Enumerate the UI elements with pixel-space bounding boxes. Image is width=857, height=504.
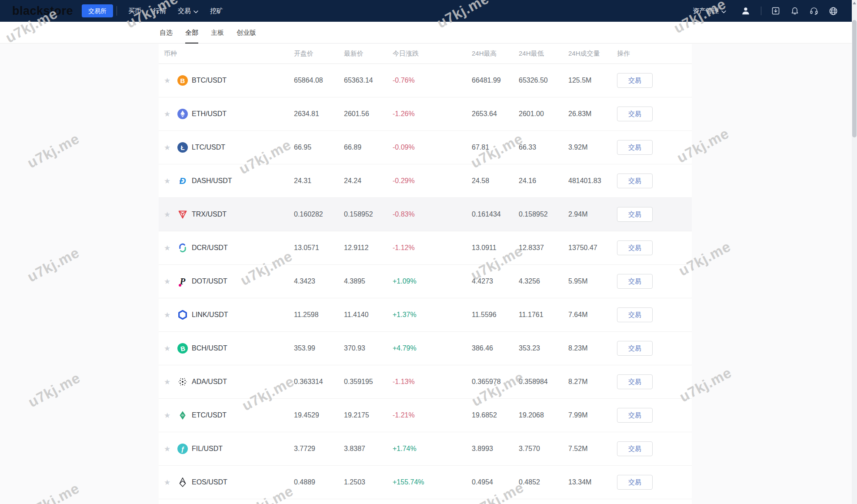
bell-icon[interactable]	[790, 6, 800, 16]
high-24h: 2653.64	[472, 110, 519, 118]
trade-button[interactable]: 交易	[617, 73, 653, 88]
trade-button[interactable]: 交易	[617, 475, 653, 490]
trade-button[interactable]: 交易	[617, 374, 653, 389]
btc-icon: B	[177, 75, 188, 86]
favorite-star-icon[interactable]: ★	[164, 377, 172, 386]
tab-main-board[interactable]: 主板	[211, 22, 224, 43]
trade-button[interactable]: 交易	[617, 240, 653, 255]
header-open-price: 开盘价	[294, 50, 344, 58]
coin-cell: ★TRX/USDT	[159, 209, 294, 220]
table-row[interactable]: ★DCR/USDT13.057112.9112-1.12%13.091112.8…	[159, 231, 692, 265]
trade-button[interactable]: 交易	[617, 107, 653, 121]
favorite-star-icon[interactable]: ★	[164, 344, 172, 353]
low-24h: 0.358984	[519, 378, 568, 386]
favorite-star-icon[interactable]: ★	[164, 177, 172, 185]
open-price: 0.363314	[294, 378, 344, 386]
nav-item-exchange[interactable]: 交易所	[82, 4, 113, 17]
trade-button[interactable]: 交易	[617, 140, 653, 155]
scrollbar-up-arrow[interactable]	[853, 2, 856, 4]
caret-down-icon	[721, 7, 726, 15]
volume-24h: 13750.47	[568, 244, 617, 252]
download-icon[interactable]	[771, 6, 780, 16]
header-24h-low: 24H最低	[519, 50, 568, 58]
change-percent: +1.37%	[393, 311, 472, 319]
change-percent: -0.09%	[393, 144, 472, 151]
favorite-star-icon[interactable]: ★	[164, 143, 172, 152]
coin-cell: ★DCR/USDT	[159, 243, 294, 253]
table-header: 币种开盘价最新价今日涨跌24H最高24H最低24H成交量操作	[159, 44, 692, 64]
trade-button[interactable]: 交易	[617, 174, 653, 188]
table-row[interactable]: ★ŁLTC/USDT66.9566.89-0.09%67.8166.333.92…	[159, 131, 692, 164]
volume-24h: 481401.83	[568, 177, 617, 185]
favorite-star-icon[interactable]: ★	[164, 76, 172, 85]
pair-label: DCR/USDT	[192, 244, 228, 252]
action-cell: 交易	[617, 240, 692, 255]
headset-icon[interactable]	[809, 6, 819, 16]
trade-button[interactable]: 交易	[617, 207, 653, 222]
scrollbar[interactable]	[852, 0, 857, 504]
header-last-price: 最新价	[344, 50, 393, 58]
volume-24h: 8.23M	[568, 344, 617, 352]
open-price: 4.3423	[294, 277, 344, 285]
nav-item-markets[interactable]: 行情	[153, 7, 166, 15]
low-24h: 12.8337	[519, 244, 568, 252]
open-price: 65864.08	[294, 77, 344, 84]
coin-cell: ★ETC/USDT	[159, 410, 294, 421]
table-body: ★BBTC/USDT65864.0865363.14-0.76%66481.99…	[159, 64, 692, 499]
action-cell: 交易	[617, 73, 692, 88]
table-row[interactable]: ★BBTC/USDT65864.0865363.14-0.76%66481.99…	[159, 64, 692, 97]
table-row[interactable]: ★BBCH/USDT353.99370.93+4.79%386.46353.23…	[159, 332, 692, 365]
nav-item-trade[interactable]: 交易	[178, 7, 198, 15]
table-row[interactable]: ★ADA/USDT0.3633140.359195-1.13%0.3659780…	[159, 365, 692, 399]
favorite-star-icon[interactable]: ★	[164, 444, 172, 453]
table-row[interactable]: ★ƒFIL/USDT3.77293.8387+1.74%3.89933.7570…	[159, 432, 692, 466]
action-cell: 交易	[617, 207, 692, 222]
trade-button[interactable]: 交易	[617, 274, 653, 289]
header-action: 操作	[617, 50, 692, 58]
navbar-right: 资产管理	[693, 0, 838, 22]
favorite-star-icon[interactable]: ★	[164, 478, 172, 487]
favorite-star-icon[interactable]: ★	[164, 277, 172, 286]
tab-favorites[interactable]: 自选	[160, 22, 173, 43]
favorite-star-icon[interactable]: ★	[164, 110, 172, 118]
volume-24h: 8.27M	[568, 378, 617, 386]
header-24h-high: 24H最高	[472, 50, 519, 58]
table-row[interactable]: ★EOS/USDT0.48891.2503+155.74%0.49540.485…	[159, 466, 692, 499]
trade-button[interactable]: 交易	[617, 341, 653, 356]
change-percent: -0.76%	[393, 77, 472, 84]
tab-all[interactable]: 全部	[185, 22, 198, 43]
pair-label: BTC/USDT	[192, 77, 227, 84]
favorite-star-icon[interactable]: ★	[164, 244, 172, 252]
caret-down-icon	[193, 7, 198, 15]
table-row[interactable]: ★TRX/USDT0.1602820.158952-0.83%0.1614340…	[159, 198, 692, 231]
tab-growth-board[interactable]: 创业版	[237, 22, 256, 43]
trade-button[interactable]: 交易	[617, 307, 653, 322]
trade-button[interactable]: 交易	[617, 441, 653, 456]
table-row[interactable]: ★ETC/USDT19.452919.2175-1.21%19.685219.2…	[159, 399, 692, 432]
scrollbar-thumb[interactable]	[852, 20, 857, 137]
favorite-star-icon[interactable]: ★	[164, 210, 172, 219]
low-24h: 2601.00	[519, 110, 568, 118]
favorite-star-icon[interactable]: ★	[164, 310, 172, 319]
trade-button[interactable]: 交易	[617, 408, 653, 423]
favorite-star-icon[interactable]: ★	[164, 411, 172, 420]
volume-24h: 13.34M	[568, 478, 617, 486]
table-row[interactable]: ★LINK/USDT11.259811.4140+1.37%11.559611.…	[159, 298, 692, 332]
table-row[interactable]: ★PDOT/USDT4.34234.3895+1.09%4.42734.3256…	[159, 265, 692, 298]
low-24h: 353.23	[519, 344, 568, 352]
eos-icon	[177, 477, 188, 487]
nav-item-mining[interactable]: 挖矿	[210, 7, 223, 15]
table-row[interactable]: ★ĐDASH/USDT24.3124.24-0.29%24.5824.16481…	[159, 164, 692, 198]
low-24h: 19.2068	[519, 411, 568, 419]
coin-cell: ★EOS/USDT	[159, 477, 294, 487]
asset-management-dropdown[interactable]: 资产管理	[693, 7, 726, 15]
nav-item-buy-coin[interactable]: 买币	[128, 7, 141, 15]
globe-icon[interactable]	[828, 6, 838, 16]
pair-label: BCH/USDT	[192, 344, 227, 352]
user-icon[interactable]	[741, 6, 750, 16]
link-icon	[177, 310, 188, 320]
table-row[interactable]: ★ETH/USDT2634.812601.56-1.26%2653.642601…	[159, 97, 692, 131]
high-24h: 19.6852	[472, 411, 519, 419]
ltc-icon: Ł	[177, 142, 188, 153]
last-price: 24.24	[344, 177, 393, 185]
